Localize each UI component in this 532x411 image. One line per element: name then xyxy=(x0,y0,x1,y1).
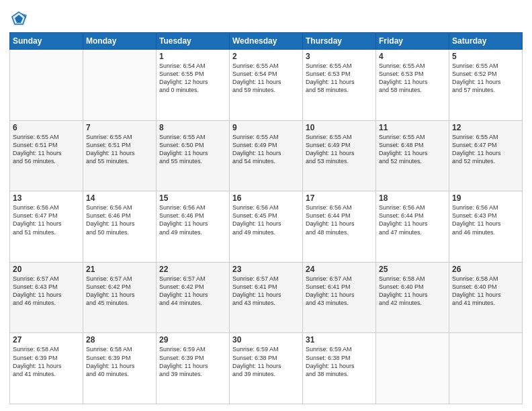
day-info: Sunrise: 6:56 AM Sunset: 6:45 PM Dayligh… xyxy=(232,203,300,236)
calendar-cell: 20Sunrise: 6:57 AM Sunset: 6:43 PM Dayli… xyxy=(10,262,83,333)
day-info: Sunrise: 6:56 AM Sunset: 6:44 PM Dayligh… xyxy=(306,203,373,236)
calendar-cell: 10Sunrise: 6:55 AM Sunset: 6:49 PM Dayli… xyxy=(303,120,376,191)
day-number: 8 xyxy=(159,123,226,132)
calendar-cell: 25Sunrise: 6:58 AM Sunset: 6:40 PM Dayli… xyxy=(376,262,449,333)
day-number: 14 xyxy=(86,193,153,203)
day-info: Sunrise: 6:55 AM Sunset: 6:49 PM Dayligh… xyxy=(232,133,300,166)
day-info: Sunrise: 6:55 AM Sunset: 6:53 PM Dayligh… xyxy=(379,62,446,95)
calendar-cell: 4Sunrise: 6:55 AM Sunset: 6:53 PM Daylig… xyxy=(376,50,449,121)
day-info: Sunrise: 6:59 AM Sunset: 6:38 PM Dayligh… xyxy=(306,345,373,378)
day-number: 1 xyxy=(159,52,226,61)
day-info: Sunrise: 6:57 AM Sunset: 6:41 PM Dayligh… xyxy=(306,275,373,308)
day-number: 12 xyxy=(452,123,519,132)
day-info: Sunrise: 6:54 AM Sunset: 6:55 PM Dayligh… xyxy=(159,62,226,95)
calendar-cell: 30Sunrise: 6:59 AM Sunset: 6:38 PM Dayli… xyxy=(230,333,303,404)
day-number: 28 xyxy=(86,335,153,345)
day-number: 10 xyxy=(306,123,373,132)
day-number: 25 xyxy=(379,265,446,274)
day-info: Sunrise: 6:55 AM Sunset: 6:49 PM Dayligh… xyxy=(306,133,373,166)
day-number: 30 xyxy=(232,335,300,345)
day-number: 19 xyxy=(452,193,519,203)
day-info: Sunrise: 6:57 AM Sunset: 6:43 PM Dayligh… xyxy=(13,275,80,308)
calendar-cell: 12Sunrise: 6:55 AM Sunset: 6:47 PM Dayli… xyxy=(449,120,523,191)
weekday-header-saturday: Saturday xyxy=(449,33,523,50)
calendar-cell: 15Sunrise: 6:56 AM Sunset: 6:46 PM Dayli… xyxy=(157,191,230,263)
calendar-cell: 8Sunrise: 6:55 AM Sunset: 6:50 PM Daylig… xyxy=(157,120,230,191)
day-info: Sunrise: 6:56 AM Sunset: 6:47 PM Dayligh… xyxy=(13,203,80,236)
day-number: 29 xyxy=(159,335,226,345)
day-number: 6 xyxy=(13,123,80,132)
day-number: 27 xyxy=(13,335,80,345)
day-info: Sunrise: 6:55 AM Sunset: 6:51 PM Dayligh… xyxy=(86,133,153,166)
page: SundayMondayTuesdayWednesdayThursdayFrid… xyxy=(0,0,532,411)
day-number: 17 xyxy=(306,193,373,203)
day-info: Sunrise: 6:59 AM Sunset: 6:39 PM Dayligh… xyxy=(159,345,226,378)
calendar-cell: 17Sunrise: 6:56 AM Sunset: 6:44 PM Dayli… xyxy=(303,191,376,263)
calendar-cell: 21Sunrise: 6:57 AM Sunset: 6:42 PM Dayli… xyxy=(83,262,157,333)
calendar-week-row: 1Sunrise: 6:54 AM Sunset: 6:55 PM Daylig… xyxy=(10,50,523,121)
day-number: 11 xyxy=(379,123,446,132)
calendar-cell: 18Sunrise: 6:56 AM Sunset: 6:44 PM Dayli… xyxy=(376,191,449,263)
calendar-cell: 9Sunrise: 6:55 AM Sunset: 6:49 PM Daylig… xyxy=(230,120,303,191)
day-info: Sunrise: 6:58 AM Sunset: 6:39 PM Dayligh… xyxy=(13,345,80,378)
day-number: 20 xyxy=(13,265,80,274)
day-number: 7 xyxy=(86,123,153,132)
day-info: Sunrise: 6:58 AM Sunset: 6:40 PM Dayligh… xyxy=(379,275,446,308)
calendar-cell: 5Sunrise: 6:55 AM Sunset: 6:52 PM Daylig… xyxy=(449,50,523,121)
day-info: Sunrise: 6:56 AM Sunset: 6:43 PM Dayligh… xyxy=(452,203,519,236)
calendar-cell: 29Sunrise: 6:59 AM Sunset: 6:39 PM Dayli… xyxy=(157,333,230,404)
day-info: Sunrise: 6:55 AM Sunset: 6:54 PM Dayligh… xyxy=(232,62,300,95)
day-number: 21 xyxy=(86,265,153,274)
day-number: 31 xyxy=(306,335,373,345)
day-info: Sunrise: 6:57 AM Sunset: 6:42 PM Dayligh… xyxy=(159,275,226,308)
calendar-week-row: 6Sunrise: 6:55 AM Sunset: 6:51 PM Daylig… xyxy=(10,120,523,191)
calendar-header-row: SundayMondayTuesdayWednesdayThursdayFrid… xyxy=(10,33,523,50)
logo-icon xyxy=(9,9,28,28)
weekday-header-monday: Monday xyxy=(83,33,157,50)
header xyxy=(9,7,523,28)
day-info: Sunrise: 6:58 AM Sunset: 6:40 PM Dayligh… xyxy=(452,275,519,308)
calendar-week-row: 13Sunrise: 6:56 AM Sunset: 6:47 PM Dayli… xyxy=(10,191,523,263)
day-number: 16 xyxy=(232,193,300,203)
calendar-cell: 26Sunrise: 6:58 AM Sunset: 6:40 PM Dayli… xyxy=(449,262,523,333)
day-info: Sunrise: 6:56 AM Sunset: 6:46 PM Dayligh… xyxy=(86,203,153,236)
calendar-cell: 27Sunrise: 6:58 AM Sunset: 6:39 PM Dayli… xyxy=(10,333,83,404)
day-info: Sunrise: 6:58 AM Sunset: 6:39 PM Dayligh… xyxy=(86,345,153,378)
calendar-cell: 28Sunrise: 6:58 AM Sunset: 6:39 PM Dayli… xyxy=(83,333,157,404)
day-number: 3 xyxy=(306,52,373,61)
day-number: 15 xyxy=(159,193,226,203)
calendar-cell xyxy=(376,333,449,404)
calendar-cell: 6Sunrise: 6:55 AM Sunset: 6:51 PM Daylig… xyxy=(10,120,83,191)
day-info: Sunrise: 6:55 AM Sunset: 6:51 PM Dayligh… xyxy=(13,133,80,166)
calendar-cell xyxy=(83,50,157,121)
day-info: Sunrise: 6:55 AM Sunset: 6:47 PM Dayligh… xyxy=(452,133,519,166)
weekday-header-friday: Friday xyxy=(376,33,449,50)
logo xyxy=(9,9,30,28)
day-number: 13 xyxy=(13,193,80,203)
calendar-cell: 1Sunrise: 6:54 AM Sunset: 6:55 PM Daylig… xyxy=(157,50,230,121)
day-info: Sunrise: 6:55 AM Sunset: 6:52 PM Dayligh… xyxy=(452,62,519,95)
calendar-table: SundayMondayTuesdayWednesdayThursdayFrid… xyxy=(9,32,523,404)
calendar-cell: 24Sunrise: 6:57 AM Sunset: 6:41 PM Dayli… xyxy=(303,262,376,333)
calendar-cell: 14Sunrise: 6:56 AM Sunset: 6:46 PM Dayli… xyxy=(83,191,157,263)
weekday-header-thursday: Thursday xyxy=(303,33,376,50)
calendar-week-row: 27Sunrise: 6:58 AM Sunset: 6:39 PM Dayli… xyxy=(10,333,523,404)
day-number: 22 xyxy=(159,265,226,274)
calendar-cell: 13Sunrise: 6:56 AM Sunset: 6:47 PM Dayli… xyxy=(10,191,83,263)
calendar-cell: 23Sunrise: 6:57 AM Sunset: 6:41 PM Dayli… xyxy=(230,262,303,333)
weekday-header-sunday: Sunday xyxy=(10,33,83,50)
day-number: 5 xyxy=(452,52,519,61)
weekday-header-wednesday: Wednesday xyxy=(230,33,303,50)
day-info: Sunrise: 6:57 AM Sunset: 6:42 PM Dayligh… xyxy=(86,275,153,308)
calendar-cell: 19Sunrise: 6:56 AM Sunset: 6:43 PM Dayli… xyxy=(449,191,523,263)
day-number: 2 xyxy=(232,52,300,61)
day-info: Sunrise: 6:59 AM Sunset: 6:38 PM Dayligh… xyxy=(232,345,300,378)
day-info: Sunrise: 6:55 AM Sunset: 6:53 PM Dayligh… xyxy=(306,62,373,95)
day-number: 18 xyxy=(379,193,446,203)
calendar-cell: 22Sunrise: 6:57 AM Sunset: 6:42 PM Dayli… xyxy=(157,262,230,333)
day-number: 26 xyxy=(452,265,519,274)
day-info: Sunrise: 6:55 AM Sunset: 6:50 PM Dayligh… xyxy=(159,133,226,166)
calendar-cell xyxy=(10,50,83,121)
day-info: Sunrise: 6:56 AM Sunset: 6:46 PM Dayligh… xyxy=(159,203,226,236)
calendar-cell: 2Sunrise: 6:55 AM Sunset: 6:54 PM Daylig… xyxy=(230,50,303,121)
